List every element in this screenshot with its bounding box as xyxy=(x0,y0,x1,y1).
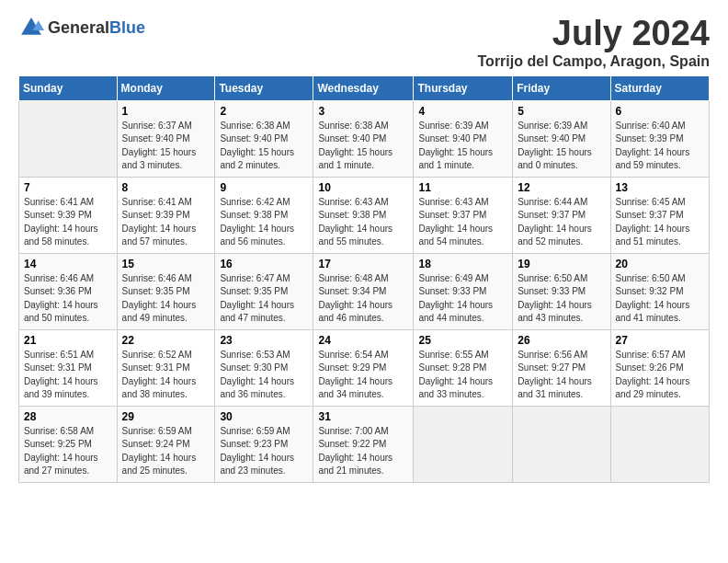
day-info: Sunrise: 6:38 AM Sunset: 9:40 PM Dayligh… xyxy=(318,120,408,173)
day-info: Sunrise: 6:41 AM Sunset: 9:39 PM Dayligh… xyxy=(122,196,210,249)
calendar-cell: 5Sunrise: 6:39 AM Sunset: 9:40 PM Daylig… xyxy=(513,100,610,177)
calendar-cell: 19Sunrise: 6:50 AM Sunset: 9:33 PM Dayli… xyxy=(513,253,610,329)
logo-text: GeneralBlue xyxy=(48,18,145,38)
calendar-cell: 16Sunrise: 6:47 AM Sunset: 9:35 PM Dayli… xyxy=(215,253,313,329)
day-number: 14 xyxy=(24,258,112,270)
calendar-cell: 1Sunrise: 6:37 AM Sunset: 9:40 PM Daylig… xyxy=(117,100,215,177)
day-info: Sunrise: 6:46 AM Sunset: 9:35 PM Dayligh… xyxy=(122,272,210,326)
calendar-week-row: 1Sunrise: 6:37 AM Sunset: 9:40 PM Daylig… xyxy=(19,100,710,177)
day-number: 13 xyxy=(616,181,704,194)
month-title: July 2024 xyxy=(478,15,710,53)
calendar-cell: 29Sunrise: 6:59 AM Sunset: 9:24 PM Dayli… xyxy=(117,406,215,482)
day-number: 30 xyxy=(220,410,308,423)
day-info: Sunrise: 6:59 AM Sunset: 9:23 PM Dayligh… xyxy=(220,425,308,478)
day-number: 28 xyxy=(24,410,112,423)
calendar-cell: 17Sunrise: 6:48 AM Sunset: 9:34 PM Dayli… xyxy=(313,253,414,329)
day-number: 23 xyxy=(220,334,308,347)
day-info: Sunrise: 6:39 AM Sunset: 9:40 PM Dayligh… xyxy=(518,120,605,173)
day-header: Sunday xyxy=(19,75,118,100)
calendar-body: 1Sunrise: 6:37 AM Sunset: 9:40 PM Daylig… xyxy=(19,100,710,482)
calendar-cell: 15Sunrise: 6:46 AM Sunset: 9:35 PM Dayli… xyxy=(117,253,215,329)
day-number: 21 xyxy=(24,334,112,347)
day-info: Sunrise: 6:38 AM Sunset: 9:40 PM Dayligh… xyxy=(220,120,308,173)
day-info: Sunrise: 6:42 AM Sunset: 9:38 PM Dayligh… xyxy=(220,196,308,249)
day-info: Sunrise: 6:46 AM Sunset: 9:36 PM Dayligh… xyxy=(24,272,112,326)
calendar-cell: 28Sunrise: 6:58 AM Sunset: 9:25 PM Dayli… xyxy=(19,406,118,482)
day-info: Sunrise: 6:57 AM Sunset: 9:26 PM Dayligh… xyxy=(616,349,704,402)
calendar-cell: 3Sunrise: 6:38 AM Sunset: 9:40 PM Daylig… xyxy=(313,100,414,177)
day-number: 27 xyxy=(616,334,704,347)
day-header: Monday xyxy=(117,75,215,100)
location-title: Torrijo del Campo, Aragon, Spain xyxy=(478,53,710,70)
calendar-cell: 7Sunrise: 6:41 AM Sunset: 9:39 PM Daylig… xyxy=(19,177,118,253)
day-number: 3 xyxy=(318,105,408,118)
calendar-header-row: SundayMondayTuesdayWednesdayThursdayFrid… xyxy=(19,75,710,100)
calendar-cell: 8Sunrise: 6:41 AM Sunset: 9:39 PM Daylig… xyxy=(117,177,215,253)
day-number: 24 xyxy=(318,334,408,347)
day-number: 7 xyxy=(24,181,112,194)
calendar-cell: 31Sunrise: 7:00 AM Sunset: 9:22 PM Dayli… xyxy=(313,406,414,482)
day-number: 18 xyxy=(418,258,507,270)
day-info: Sunrise: 6:51 AM Sunset: 9:31 PM Dayligh… xyxy=(24,349,112,402)
day-info: Sunrise: 6:49 AM Sunset: 9:33 PM Dayligh… xyxy=(418,272,507,326)
day-header: Tuesday xyxy=(215,75,313,100)
day-number: 6 xyxy=(616,105,704,118)
calendar-cell: 21Sunrise: 6:51 AM Sunset: 9:31 PM Dayli… xyxy=(19,329,118,406)
day-info: Sunrise: 6:54 AM Sunset: 9:29 PM Dayligh… xyxy=(318,349,408,402)
day-info: Sunrise: 7:00 AM Sunset: 9:22 PM Dayligh… xyxy=(318,425,408,478)
day-number: 17 xyxy=(318,258,408,270)
day-number: 1 xyxy=(122,105,210,118)
calendar-cell: 13Sunrise: 6:45 AM Sunset: 9:37 PM Dayli… xyxy=(610,177,709,253)
day-info: Sunrise: 6:48 AM Sunset: 9:34 PM Dayligh… xyxy=(318,272,408,326)
day-number: 19 xyxy=(518,258,605,270)
calendar-cell xyxy=(414,406,513,482)
calendar-week-row: 7Sunrise: 6:41 AM Sunset: 9:39 PM Daylig… xyxy=(19,177,710,253)
day-number: 31 xyxy=(318,410,408,423)
logo-general: General xyxy=(48,18,109,37)
day-number: 9 xyxy=(220,181,308,194)
calendar-cell: 12Sunrise: 6:44 AM Sunset: 9:37 PM Dayli… xyxy=(513,177,610,253)
day-info: Sunrise: 6:52 AM Sunset: 9:31 PM Dayligh… xyxy=(122,349,210,402)
logo-blue: Blue xyxy=(109,18,145,37)
logo: GeneralBlue xyxy=(18,15,145,40)
calendar-cell: 24Sunrise: 6:54 AM Sunset: 9:29 PM Dayli… xyxy=(313,329,414,406)
calendar-cell xyxy=(19,100,118,177)
day-number: 2 xyxy=(220,105,308,118)
calendar-cell: 20Sunrise: 6:50 AM Sunset: 9:32 PM Dayli… xyxy=(610,253,709,329)
logo-icon xyxy=(18,15,44,40)
calendar-week-row: 21Sunrise: 6:51 AM Sunset: 9:31 PM Dayli… xyxy=(19,329,710,406)
day-header: Thursday xyxy=(414,75,513,100)
calendar-cell xyxy=(610,406,709,482)
calendar-cell: 2Sunrise: 6:38 AM Sunset: 9:40 PM Daylig… xyxy=(215,100,313,177)
day-info: Sunrise: 6:58 AM Sunset: 9:25 PM Dayligh… xyxy=(24,425,112,478)
calendar-table: SundayMondayTuesdayWednesdayThursdayFrid… xyxy=(18,75,710,483)
day-info: Sunrise: 6:41 AM Sunset: 9:39 PM Dayligh… xyxy=(24,196,112,249)
day-info: Sunrise: 6:47 AM Sunset: 9:35 PM Dayligh… xyxy=(220,272,308,326)
header: GeneralBlue July 2024 Torrijo del Campo,… xyxy=(18,15,710,70)
day-header: Wednesday xyxy=(313,75,414,100)
day-info: Sunrise: 6:55 AM Sunset: 9:28 PM Dayligh… xyxy=(418,349,507,402)
day-number: 8 xyxy=(122,181,210,194)
calendar-cell: 11Sunrise: 6:43 AM Sunset: 9:37 PM Dayli… xyxy=(414,177,513,253)
calendar-cell: 23Sunrise: 6:53 AM Sunset: 9:30 PM Dayli… xyxy=(215,329,313,406)
day-header: Friday xyxy=(513,75,610,100)
calendar-cell: 18Sunrise: 6:49 AM Sunset: 9:33 PM Dayli… xyxy=(414,253,513,329)
day-number: 20 xyxy=(616,258,704,270)
calendar-cell: 22Sunrise: 6:52 AM Sunset: 9:31 PM Dayli… xyxy=(117,329,215,406)
day-number: 11 xyxy=(418,181,507,194)
day-number: 4 xyxy=(418,105,507,118)
day-info: Sunrise: 6:44 AM Sunset: 9:37 PM Dayligh… xyxy=(518,196,605,249)
day-number: 5 xyxy=(518,105,605,118)
day-number: 15 xyxy=(122,258,210,270)
calendar-cell: 10Sunrise: 6:43 AM Sunset: 9:38 PM Dayli… xyxy=(313,177,414,253)
calendar-cell: 6Sunrise: 6:40 AM Sunset: 9:39 PM Daylig… xyxy=(610,100,709,177)
day-info: Sunrise: 6:56 AM Sunset: 9:27 PM Dayligh… xyxy=(518,349,605,402)
calendar-cell: 27Sunrise: 6:57 AM Sunset: 9:26 PM Dayli… xyxy=(610,329,709,406)
calendar-cell: 4Sunrise: 6:39 AM Sunset: 9:40 PM Daylig… xyxy=(414,100,513,177)
day-number: 25 xyxy=(418,334,507,347)
day-info: Sunrise: 6:50 AM Sunset: 9:32 PM Dayligh… xyxy=(616,272,704,326)
calendar-cell: 9Sunrise: 6:42 AM Sunset: 9:38 PM Daylig… xyxy=(215,177,313,253)
calendar-cell xyxy=(513,406,610,482)
day-info: Sunrise: 6:50 AM Sunset: 9:33 PM Dayligh… xyxy=(518,272,605,326)
day-info: Sunrise: 6:37 AM Sunset: 9:40 PM Dayligh… xyxy=(122,120,210,173)
